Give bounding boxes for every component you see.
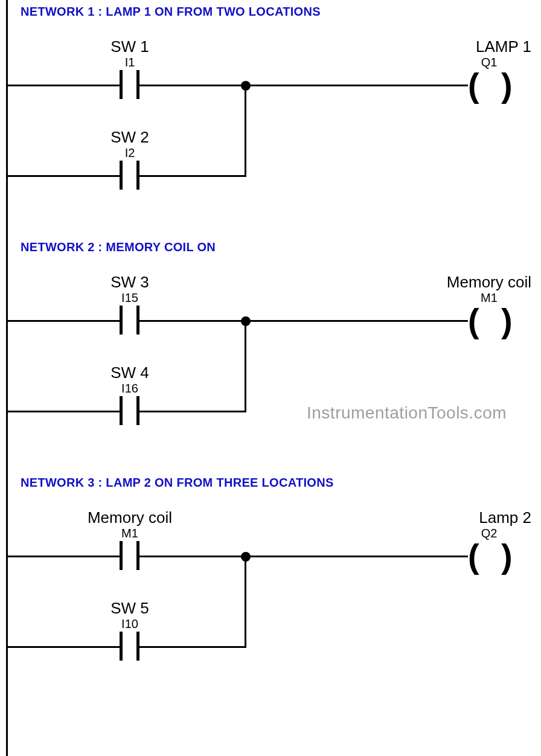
wire bbox=[245, 85, 246, 176]
memorycoil-addr: M1 bbox=[447, 291, 531, 305]
sw5-label: SW 5 bbox=[103, 599, 157, 618]
lamp2-addr: Q2 bbox=[447, 527, 531, 540]
wire bbox=[7, 320, 120, 322]
ladder-diagram: NETWORK 1 : LAMP 1 ON FROM TWO LOCATIONS… bbox=[0, 0, 541, 756]
sw2-addr: I2 bbox=[103, 146, 157, 160]
wire bbox=[7, 175, 120, 177]
contact-bar bbox=[120, 161, 123, 190]
wire bbox=[246, 556, 468, 557]
contact-bar bbox=[120, 541, 123, 570]
sw4-label: SW 4 bbox=[103, 364, 157, 382]
coil-paren: ) bbox=[501, 536, 513, 575]
contact-bar bbox=[120, 70, 123, 99]
left-rail bbox=[6, 0, 8, 756]
wire bbox=[246, 320, 468, 322]
sw2-label: SW 2 bbox=[103, 128, 157, 147]
contact-bar bbox=[120, 632, 123, 661]
wire bbox=[7, 556, 120, 557]
wire bbox=[139, 175, 246, 177]
coil-paren: ( bbox=[468, 536, 479, 575]
sw5-addr: I10 bbox=[103, 617, 157, 631]
coil-paren: ) bbox=[501, 301, 513, 340]
wire bbox=[246, 85, 468, 86]
memcoil-label: Memory coil bbox=[75, 508, 184, 527]
network2-title: NETWORK 2 : MEMORY COIL ON bbox=[21, 240, 216, 254]
lamp1-addr: Q1 bbox=[447, 56, 531, 69]
wire bbox=[139, 411, 246, 412]
lamp1-label: LAMP 1 bbox=[447, 37, 531, 56]
memorycoil-label: Memory coil bbox=[423, 273, 531, 292]
network1-title: NETWORK 1 : LAMP 1 ON FROM TWO LOCATIONS bbox=[21, 5, 321, 19]
wire bbox=[139, 556, 246, 557]
sw1-label: SW 1 bbox=[103, 37, 157, 56]
sw3-addr: I15 bbox=[103, 291, 157, 305]
contact-bar bbox=[120, 306, 123, 335]
network3-title: NETWORK 3 : LAMP 2 ON FROM THREE LOCATIO… bbox=[21, 476, 334, 490]
wire bbox=[7, 646, 120, 648]
sw1-addr: I1 bbox=[103, 56, 157, 69]
memcoil-addr: M1 bbox=[103, 527, 157, 540]
coil-paren: ( bbox=[468, 65, 479, 104]
wire bbox=[139, 85, 246, 86]
sw3-label: SW 3 bbox=[103, 273, 157, 292]
wire bbox=[7, 411, 120, 412]
watermark: InstrumentationTools.com bbox=[307, 403, 507, 423]
lamp2-label: Lamp 2 bbox=[447, 508, 531, 527]
sw4-addr: I16 bbox=[103, 382, 157, 396]
wire bbox=[139, 646, 246, 648]
wire bbox=[7, 85, 120, 86]
wire bbox=[139, 320, 246, 322]
wire bbox=[245, 320, 246, 412]
coil-paren: ( bbox=[468, 301, 479, 340]
contact-bar bbox=[120, 396, 123, 425]
coil-paren: ) bbox=[501, 65, 513, 104]
wire bbox=[245, 556, 246, 647]
